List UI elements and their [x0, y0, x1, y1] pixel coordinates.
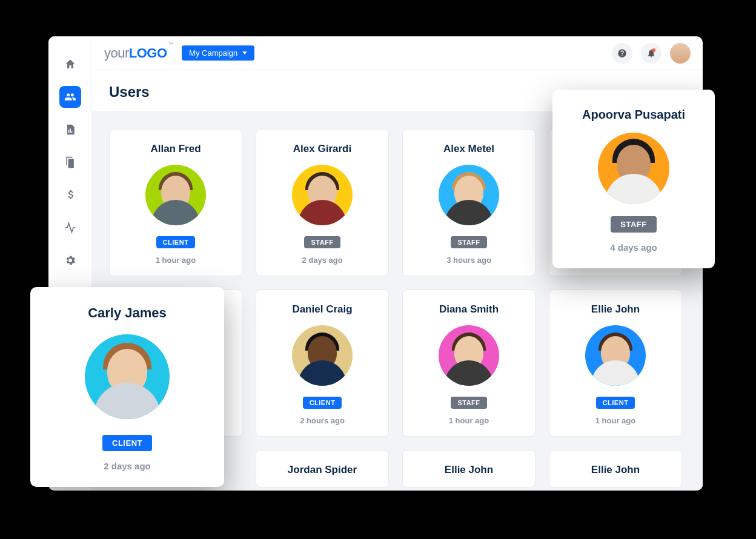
user-name: Alex Metel: [443, 143, 494, 155]
user-name: Daniel Craig: [292, 303, 352, 316]
role-badge: CLIENT: [596, 397, 635, 409]
report-file-icon: [64, 124, 76, 136]
user-timestamp: 1 hour ago: [449, 416, 489, 425]
user-name: Ellie John: [591, 464, 640, 476]
user-card[interactable]: Ellie John: [402, 450, 536, 488]
user-avatar: [85, 334, 170, 419]
user-timestamp: 2 hours ago: [300, 416, 345, 425]
topbar: yourLOGO™ My Campaign: [92, 36, 703, 70]
activity-icon: [64, 222, 76, 234]
user-timestamp: 2 days ago: [302, 256, 342, 265]
campaign-label: My Campaign: [189, 48, 237, 58]
user-timestamp: 3 hours ago: [446, 256, 491, 265]
user-card[interactable]: Daniel CraigCLIENT2 hours ago: [256, 289, 389, 437]
user-name: Diana Smith: [439, 303, 499, 316]
user-card[interactable]: Alex GirardiSTAFF2 days ago: [256, 129, 389, 276]
profile-avatar[interactable]: [670, 43, 691, 64]
user-card-highlight-right[interactable]: Apoorva Pusapati STAFF 4 days ago: [552, 90, 715, 268]
user-avatar: [292, 325, 353, 386]
role-badge: STAFF: [611, 216, 656, 233]
role-badge: STAFF: [451, 397, 486, 409]
user-card[interactable]: Ellie John: [549, 450, 682, 488]
user-name: Carly James: [88, 305, 167, 321]
nav-users[interactable]: [59, 86, 81, 108]
user-card[interactable]: Alex MetelSTAFF3 hours ago: [402, 129, 536, 276]
user-name: Jordan Spider: [288, 464, 357, 476]
brand-logo: yourLOGO™: [104, 45, 173, 61]
user-name: Ellie John: [445, 464, 493, 476]
help-button[interactable]: [612, 43, 632, 64]
nav-home[interactable]: [59, 53, 81, 75]
user-name: Apoorva Pusapati: [582, 108, 685, 122]
home-icon: [64, 58, 76, 70]
user-avatar: [598, 133, 669, 204]
nav-documents[interactable]: [59, 151, 81, 173]
user-avatar: [439, 325, 499, 386]
role-badge: CLIENT: [102, 435, 152, 451]
gear-icon: [64, 254, 76, 266]
user-card-highlight-left[interactable]: Carly James CLIENT 2 days ago: [30, 287, 224, 487]
question-icon: [617, 48, 627, 58]
user-timestamp: 1 hour ago: [595, 416, 635, 425]
campaign-dropdown[interactable]: My Campaign: [182, 45, 254, 61]
user-name: Allan Fred: [150, 143, 201, 155]
copy-icon: [64, 156, 76, 168]
user-timestamp: 2 days ago: [104, 461, 151, 471]
notification-dot: [652, 48, 655, 52]
user-card[interactable]: Ellie JohnCLIENT1 hour ago: [549, 289, 682, 437]
nav-activity[interactable]: [59, 217, 81, 239]
dollar-icon: [64, 189, 76, 201]
role-badge: STAFF: [304, 236, 340, 248]
notifications-button[interactable]: [641, 43, 662, 64]
user-card[interactable]: Allan FredCLIENT1 hour ago: [109, 129, 242, 276]
user-timestamp: 4 days ago: [610, 242, 657, 253]
user-card[interactable]: Jordan Spider: [256, 450, 389, 488]
user-name: Alex Girardi: [293, 143, 351, 155]
user-name: Ellie John: [591, 303, 640, 316]
logo-prefix: your: [104, 45, 129, 61]
role-badge: STAFF: [451, 236, 486, 248]
user-avatar: [585, 325, 646, 386]
user-avatar: [439, 165, 499, 225]
user-card[interactable]: Diana SmithSTAFF1 hour ago: [402, 289, 536, 437]
nav-settings[interactable]: [59, 250, 81, 271]
users-icon: [64, 91, 76, 103]
user-timestamp: 1 hour ago: [156, 256, 196, 265]
nav-reports[interactable]: [59, 119, 81, 141]
user-avatar: [292, 165, 353, 225]
role-badge: CLIENT: [303, 397, 342, 409]
role-badge: CLIENT: [156, 236, 196, 248]
logo-bold: LOGO: [129, 45, 167, 61]
user-avatar: [145, 165, 206, 225]
caret-down-icon: [242, 51, 247, 55]
nav-billing[interactable]: [59, 184, 81, 206]
logo-tm: ™: [168, 41, 174, 47]
